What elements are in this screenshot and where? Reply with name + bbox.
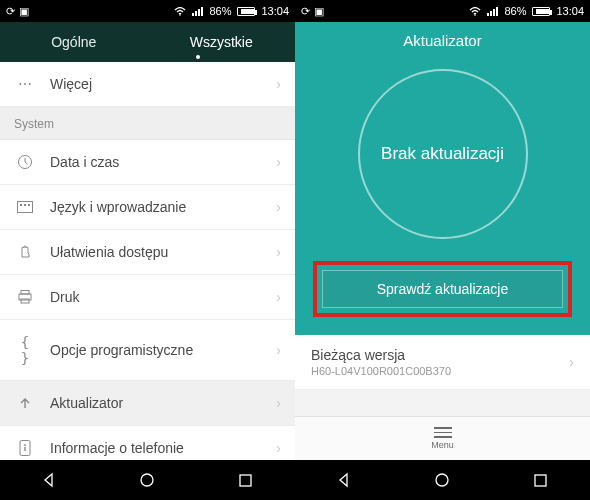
item-accessibility-label: Ułatwienia dostępu: [50, 244, 276, 260]
sync-icon: ⟳: [6, 5, 15, 18]
settings-screen: ⟳ ▣ 86% 13:04 Ogólne Wszystkie ⋯: [0, 0, 295, 500]
version-value: H60-L04V100R001C00B370: [311, 365, 569, 377]
menu-label: Menu: [431, 440, 454, 450]
svg-rect-7: [20, 204, 22, 206]
current-version-row[interactable]: Bieżąca wersja H60-L04V100R001C00B370 ›: [295, 335, 590, 390]
svg-rect-6: [18, 202, 33, 213]
phone-info-icon: [14, 440, 36, 456]
svg-rect-9: [28, 204, 30, 206]
android-navbar: [0, 460, 295, 500]
svg-rect-15: [24, 447, 25, 451]
svg-rect-24: [535, 475, 546, 486]
svg-rect-4: [201, 7, 203, 16]
chevron-right-icon: ›: [276, 440, 281, 456]
keyboard-icon: [14, 201, 36, 213]
item-more-label: Więcej: [50, 76, 276, 92]
chevron-right-icon: ›: [276, 395, 281, 411]
item-printing-label: Druk: [50, 289, 276, 305]
svg-point-18: [475, 14, 477, 16]
tab-indicator: [196, 55, 200, 59]
section-system: System: [0, 107, 295, 140]
status-bar: ⟳ ▣ 86% 13:04: [295, 0, 590, 22]
svg-rect-3: [198, 9, 200, 16]
nav-back[interactable]: [29, 460, 69, 500]
chevron-right-icon: ›: [569, 354, 574, 370]
sync-icon: ⟳: [301, 5, 310, 18]
item-accessibility[interactable]: Ułatwienia dostępu ›: [0, 230, 295, 275]
clock-icon: [14, 154, 36, 170]
updater-screen: ⟳ ▣ 86% 13:04 Aktualizator Brak aktualiz…: [295, 0, 590, 500]
clock: 13:04: [556, 5, 584, 17]
chevron-right-icon: ›: [276, 76, 281, 92]
nav-home[interactable]: [127, 460, 167, 500]
svg-rect-1: [192, 13, 194, 16]
tab-all[interactable]: Wszystkie: [148, 24, 296, 60]
svg-point-0: [180, 14, 182, 16]
settings-list: ⋯ Więcej › System Data i czas › Język i …: [0, 62, 295, 460]
svg-rect-20: [490, 11, 492, 16]
item-date-time-label: Data i czas: [50, 154, 276, 170]
tutorial-highlight: Sprawdź aktualizacje: [313, 261, 572, 317]
svg-rect-19: [487, 13, 489, 16]
version-label: Bieżąca wersja: [311, 347, 569, 363]
item-about-phone-label: Informacje o telefonie: [50, 440, 276, 456]
battery-pct: 86%: [504, 5, 526, 17]
signal-icon: [192, 7, 203, 16]
svg-rect-17: [240, 475, 251, 486]
svg-point-23: [436, 474, 448, 486]
svg-rect-21: [493, 9, 495, 16]
update-status-text: Brak aktualizacji: [381, 144, 504, 164]
item-dev-options-label: Opcje programistyczne: [50, 342, 276, 358]
wifi-icon: [469, 7, 481, 16]
hamburger-icon: [434, 427, 452, 437]
svg-point-14: [24, 444, 26, 446]
hand-icon: [14, 244, 36, 260]
chevron-right-icon: ›: [276, 342, 281, 358]
battery-icon: [532, 7, 550, 16]
arrow-up-icon: [14, 396, 36, 410]
braces-icon: { }: [14, 334, 36, 366]
item-date-time[interactable]: Data i czas ›: [0, 140, 295, 185]
more-icon: ⋯: [14, 76, 36, 92]
status-bar: ⟳ ▣ 86% 13:04: [0, 0, 295, 22]
item-more[interactable]: ⋯ Więcej ›: [0, 62, 295, 107]
wifi-icon: [174, 7, 186, 16]
chevron-right-icon: ›: [276, 289, 281, 305]
battery-icon: [237, 7, 255, 16]
nav-recent[interactable]: [521, 460, 561, 500]
chevron-right-icon: ›: [276, 244, 281, 260]
nav-home[interactable]: [422, 460, 462, 500]
item-dev-options[interactable]: { } Opcje programistyczne ›: [0, 320, 295, 381]
signal-icon: [487, 7, 498, 16]
empty-area: [295, 390, 590, 416]
item-updater[interactable]: Aktualizator ›: [0, 381, 295, 426]
svg-rect-11: [21, 291, 29, 295]
android-navbar: [295, 460, 590, 500]
clock: 13:04: [261, 5, 289, 17]
updater-panel: Aktualizator Brak aktualizacji Sprawdź a…: [295, 22, 590, 335]
svg-rect-2: [195, 11, 197, 16]
svg-rect-22: [496, 7, 498, 16]
settings-tabs: Ogólne Wszystkie: [0, 22, 295, 62]
menu-button[interactable]: Menu: [295, 416, 590, 460]
screenshot-icon: ▣: [314, 5, 324, 18]
nav-recent[interactable]: [226, 460, 266, 500]
item-language-input-label: Język i wprowadzanie: [50, 199, 276, 215]
item-language-input[interactable]: Język i wprowadzanie ›: [0, 185, 295, 230]
battery-pct: 86%: [209, 5, 231, 17]
update-status-circle: Brak aktualizacji: [358, 69, 528, 239]
item-about-phone[interactable]: Informacje o telefonie ›: [0, 426, 295, 460]
svg-rect-8: [24, 204, 26, 206]
screenshot-icon: ▣: [19, 5, 29, 18]
item-printing[interactable]: Druk ›: [0, 275, 295, 320]
check-updates-button[interactable]: Sprawdź aktualizacje: [322, 270, 563, 308]
printer-icon: [14, 290, 36, 304]
chevron-right-icon: ›: [276, 154, 281, 170]
updater-title: Aktualizator: [403, 32, 481, 49]
item-updater-label: Aktualizator: [50, 395, 276, 411]
nav-back[interactable]: [324, 460, 364, 500]
svg-point-16: [141, 474, 153, 486]
chevron-right-icon: ›: [276, 199, 281, 215]
tab-general[interactable]: Ogólne: [0, 24, 148, 60]
